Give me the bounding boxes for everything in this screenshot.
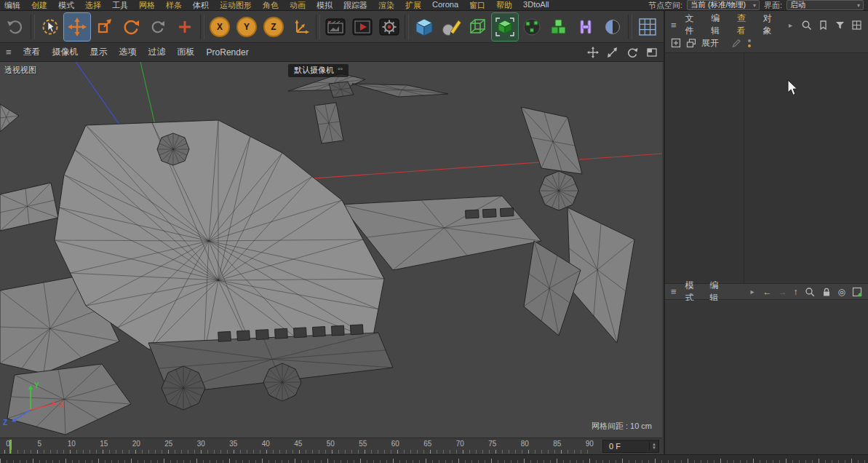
node-space-select[interactable]: 当前 (标准/物理) ▾ bbox=[687, 0, 760, 10]
timeline-tick-label[interactable]: 40 bbox=[262, 440, 270, 448]
add-layer-icon[interactable] bbox=[671, 38, 681, 48]
interface-select[interactable]: 启动 ▾ bbox=[787, 0, 864, 10]
vp-menu-options[interactable]: 选项 bbox=[119, 46, 137, 58]
timeline-ruler[interactable]: 0 5 10 15 20 25 30 35 40 45 50 55 60 65 … bbox=[0, 438, 662, 454]
menu-animate[interactable]: 动画 bbox=[290, 0, 306, 11]
live-selection-tool-button[interactable] bbox=[37, 13, 63, 41]
timeline-tick-label[interactable]: 65 bbox=[423, 440, 431, 448]
menu-extensions[interactable]: 扩展 bbox=[405, 0, 421, 11]
attribute-manager-panel[interactable] bbox=[665, 301, 868, 454]
filter-icon[interactable] bbox=[835, 20, 845, 31]
timeline-tick-label[interactable]: 25 bbox=[164, 440, 172, 448]
coordinate-system-button[interactable] bbox=[287, 13, 314, 41]
current-frame-field[interactable]: 0 F ▲ ▼ bbox=[602, 440, 659, 453]
subdivision-surface-button[interactable] bbox=[465, 13, 491, 41]
menu-render[interactable]: 渲染 bbox=[378, 0, 394, 11]
timeline-tick-label[interactable]: 50 bbox=[327, 440, 335, 448]
menu-window[interactable]: 窗口 bbox=[469, 0, 485, 11]
target-icon[interactable]: ◎ bbox=[838, 287, 845, 297]
mograph-grid-button[interactable] bbox=[634, 13, 661, 41]
history-forward-icon[interactable]: → bbox=[779, 287, 787, 297]
pencil-icon[interactable] bbox=[731, 38, 741, 48]
viewport-perspective[interactable]: Y X Z 透视视图 默认摄像机 °° 网格间距 : 10 cm bbox=[0, 62, 662, 438]
timeline-tick-label[interactable]: 55 bbox=[359, 440, 367, 448]
om-menu-view[interactable]: 查看 bbox=[737, 12, 754, 37]
timeline-tick-label[interactable]: 15 bbox=[100, 440, 108, 448]
rotate-tool-button[interactable] bbox=[118, 13, 144, 41]
lock-icon[interactable] bbox=[821, 287, 832, 297]
drone-wireframe-model[interactable] bbox=[0, 74, 634, 435]
timeline-tick-label[interactable]: 0 bbox=[4, 440, 12, 448]
chevron-right-icon[interactable]: ▸ bbox=[789, 21, 792, 29]
cloner-button[interactable] bbox=[519, 13, 545, 41]
om-menu-file[interactable]: 文件 bbox=[685, 12, 703, 37]
vp-menu-panel[interactable]: 面板 bbox=[178, 46, 195, 58]
toggle-view-icon[interactable] bbox=[646, 47, 658, 58]
volume-builder-button[interactable] bbox=[546, 13, 572, 41]
om-menu-object[interactable]: 对象 bbox=[763, 12, 780, 37]
undo-button[interactable] bbox=[2, 13, 28, 41]
menu-tools[interactable]: 工具 bbox=[112, 0, 128, 11]
pan-view-icon[interactable] bbox=[587, 47, 599, 58]
new-panel-icon[interactable] bbox=[852, 287, 862, 297]
timeline-tick-label[interactable]: 70 bbox=[456, 440, 464, 448]
menu-mesh[interactable]: 网格 bbox=[139, 0, 155, 11]
rotate-view-icon[interactable] bbox=[626, 47, 638, 58]
timeline-tick-label[interactable]: 75 bbox=[488, 440, 496, 448]
z-axis-lock-button[interactable]: Z bbox=[260, 13, 287, 41]
timeline-tick-label[interactable]: 5 bbox=[36, 440, 43, 448]
add-tool-button[interactable] bbox=[172, 13, 198, 41]
spinner-down-icon[interactable]: ▼ bbox=[652, 446, 656, 450]
bookmark-icon[interactable] bbox=[818, 20, 829, 31]
y-axis-lock-button[interactable]: Y bbox=[234, 13, 260, 41]
timeline-tick-label[interactable]: 20 bbox=[132, 440, 140, 448]
timeline-scroll-strip[interactable] bbox=[0, 454, 868, 463]
x-axis-lock-button[interactable]: X bbox=[207, 13, 233, 41]
chevron-right-icon[interactable]: ▸ bbox=[750, 288, 754, 296]
vp-menu-camera[interactable]: 摄像机 bbox=[52, 46, 79, 58]
menu-mode[interactable]: 模式 bbox=[58, 0, 74, 11]
camera-label[interactable]: 默认摄像机 °° bbox=[288, 64, 349, 77]
field-button[interactable] bbox=[600, 13, 626, 41]
spline-pen-button[interactable] bbox=[438, 13, 464, 41]
search-icon[interactable] bbox=[805, 287, 815, 297]
last-used-tool-button[interactable] bbox=[145, 13, 171, 41]
timeline-tick-labels[interactable]: 0 5 10 15 20 25 30 35 40 45 50 55 60 65 … bbox=[4, 440, 594, 448]
timeline-tick-label[interactable]: 35 bbox=[229, 440, 237, 448]
vp-menu-filter[interactable]: 过滤 bbox=[148, 46, 166, 58]
frame-spinner[interactable]: ▲ ▼ bbox=[649, 442, 658, 451]
instance-button[interactable] bbox=[492, 13, 518, 41]
status-dots-icon[interactable] bbox=[746, 38, 752, 49]
menu-volume[interactable]: 体积 bbox=[193, 0, 209, 11]
hamburger-icon[interactable]: ≡ bbox=[671, 287, 677, 296]
timeline-tick-label[interactable]: 45 bbox=[294, 440, 302, 448]
menu-create[interactable]: 创建 bbox=[31, 0, 47, 11]
menu-simulate[interactable]: 模拟 bbox=[316, 0, 333, 11]
render-view-button[interactable] bbox=[322, 13, 349, 41]
expand-label[interactable]: 展开 bbox=[701, 37, 719, 50]
timeline-tick-label[interactable]: 80 bbox=[521, 440, 529, 448]
add-cube-button[interactable] bbox=[411, 13, 437, 41]
menu-edit[interactable]: 编辑 bbox=[4, 0, 20, 11]
move-tool-button[interactable] bbox=[64, 13, 90, 41]
object-manager-list[interactable] bbox=[665, 52, 868, 283]
hamburger-icon[interactable]: ≡ bbox=[671, 20, 677, 30]
viewport-canvas[interactable]: Y X Z bbox=[0, 62, 662, 438]
dolly-view-icon[interactable] bbox=[607, 47, 618, 58]
timeline-tick-label[interactable]: 90 bbox=[586, 440, 594, 448]
timeline-tick-label[interactable]: 10 bbox=[68, 440, 76, 448]
scale-tool-button[interactable] bbox=[91, 13, 117, 41]
timeline-tick-label[interactable]: 30 bbox=[197, 440, 205, 448]
menu-select[interactable]: 选择 bbox=[85, 0, 101, 11]
layout-grid-icon[interactable] bbox=[851, 20, 862, 31]
deformer-button[interactable] bbox=[573, 13, 599, 41]
om-menu-edit[interactable]: 编辑 bbox=[711, 12, 728, 37]
vp-menu-view[interactable]: 查看 bbox=[23, 46, 41, 58]
menu-tracker[interactable]: 跟踪器 bbox=[343, 0, 367, 11]
layers-icon[interactable] bbox=[686, 38, 696, 48]
menu-mograph[interactable]: 运动图形 bbox=[220, 0, 252, 11]
search-icon[interactable] bbox=[801, 20, 812, 31]
menu-3dtoall[interactable]: 3DtoAll bbox=[523, 0, 549, 11]
vp-menu-display[interactable]: 显示 bbox=[90, 46, 108, 58]
vp-menu-prorender[interactable]: ProRender bbox=[207, 47, 249, 58]
